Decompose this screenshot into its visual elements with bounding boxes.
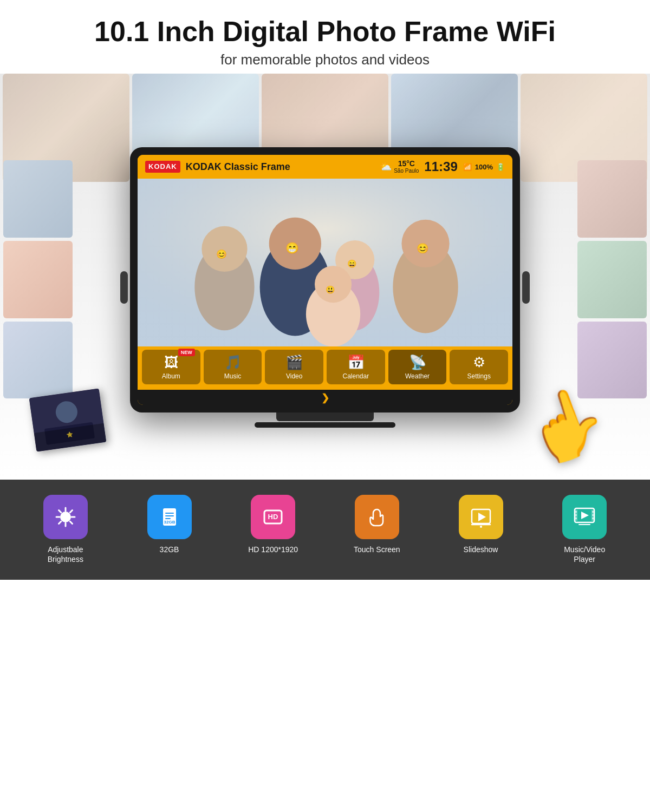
left-photo-1	[3, 160, 73, 238]
feature-storage: 32GB 32GB	[120, 495, 219, 554]
svg-line-27	[70, 521, 72, 523]
temperature: 15°C	[398, 160, 415, 168]
wifi-icon: 📶	[463, 163, 472, 171]
new-badge: NEW	[178, 349, 195, 356]
device-logo-bar: ❯	[138, 390, 512, 405]
hd-label: HD 1200*1920	[248, 545, 298, 554]
app-icon-album[interactable]: NEW 🖼 Album	[142, 350, 200, 384]
svg-marker-38	[478, 513, 486, 521]
temp-city: 15°C São Paulo	[394, 160, 419, 174]
right-side-photos	[574, 160, 650, 398]
main-title: 10.1 Inch Digital Photo Frame WiFi	[11, 16, 639, 47]
video-icon: 🎬	[285, 355, 303, 369]
calendar-label: Calendar	[343, 372, 369, 380]
svg-rect-32	[165, 515, 174, 516]
weather-info: ⛅ 15°C São Paulo	[380, 160, 419, 174]
settings-label: Settings	[467, 372, 491, 380]
svg-marker-51	[581, 512, 589, 519]
hd-icon: HD	[261, 505, 285, 529]
time-display: 11:39	[424, 159, 457, 174]
app-icon-calendar[interactable]: 📅 Calendar	[327, 350, 385, 384]
hd-icon-box: HD	[251, 495, 295, 539]
svg-text:😊: 😊	[216, 249, 227, 259]
svg-line-26	[58, 510, 61, 513]
sub-title: for memorable photos and videos	[11, 51, 639, 68]
svg-point-40	[480, 526, 482, 528]
family-photo-sim: 😊 😁 😄 😊 😃	[138, 179, 512, 346]
app-icon-video[interactable]: 🎬 Video	[265, 350, 323, 384]
touch-icon	[365, 505, 389, 529]
family-svg: 😊 😁 😄 😊 😃	[138, 179, 512, 346]
slideshow-label: Slideshow	[464, 545, 498, 554]
left-side-photos	[0, 160, 76, 398]
right-photo-2	[577, 241, 647, 318]
brightness-icon-box	[43, 495, 88, 539]
product-showcase-area: KODAK KODAK Classic Frame ⛅ 15°C São Pau…	[0, 74, 650, 480]
svg-line-29	[58, 521, 61, 523]
svg-rect-49	[593, 514, 594, 516]
header-section: 10.1 Inch Digital Photo Frame WiFi for m…	[0, 0, 650, 74]
app-icon-weather[interactable]: 📡 Weather	[388, 350, 447, 384]
album-label: Album	[162, 372, 180, 380]
app-icon-settings[interactable]: ⚙ Settings	[450, 350, 508, 384]
right-photo-1	[577, 160, 647, 238]
frame-button-left	[120, 271, 128, 304]
media-label: Music/VideoPlayer	[564, 545, 605, 564]
weather-icon: ⛅	[380, 161, 392, 173]
status-area: ⛅ 15°C São Paulo 11:39 📶 100% 🔋	[380, 159, 505, 174]
feature-hd: HD HD 1200*1920	[224, 495, 322, 554]
app-grid: NEW 🖼 Album 🎵 Music 🎬 Video	[138, 346, 512, 390]
feature-brightness: AdjustbaleBrightness	[16, 495, 115, 564]
kodak-k-logo: ❯	[321, 392, 329, 403]
left-photo-3	[3, 322, 73, 399]
wifi-battery: 📶 100% 🔋	[463, 163, 505, 171]
svg-text:😁: 😁	[285, 241, 300, 254]
touch-label: Touch Screen	[354, 545, 400, 554]
app-icon-music[interactable]: 🎵 Music	[204, 350, 262, 384]
svg-text:HD: HD	[268, 513, 278, 521]
touch-icon-box	[355, 495, 399, 539]
music-label: Music	[224, 372, 241, 380]
album-icon: 🖼	[164, 355, 178, 369]
device-base	[255, 422, 395, 428]
feature-media: Music/VideoPlayer	[535, 495, 634, 564]
svg-rect-31	[165, 513, 174, 514]
svg-point-21	[61, 512, 70, 522]
app-topbar: KODAK KODAK Classic Frame ⛅ 15°C São Pau…	[138, 155, 512, 179]
svg-rect-48	[593, 511, 594, 513]
device-stand	[276, 412, 374, 421]
flying-photo-svg: ⭐	[29, 389, 107, 452]
calendar-icon: 📅	[347, 355, 365, 369]
svg-point-11	[315, 266, 352, 303]
weather-label: Weather	[405, 372, 430, 380]
app-name-label: KODAK Classic Frame	[186, 161, 290, 173]
music-icon: 🎵	[224, 355, 242, 369]
main-photo-display: 😊 😁 😄 😊 😃	[138, 179, 512, 346]
feature-slideshow: Slideshow	[432, 495, 530, 554]
svg-text:32GB: 32GB	[164, 520, 175, 525]
frame-button-right	[522, 271, 530, 304]
storage-icon-box: 32GB	[147, 495, 192, 539]
svg-rect-50	[593, 518, 594, 519]
svg-rect-47	[576, 518, 577, 519]
storage-label: 32GB	[160, 545, 179, 554]
svg-text:😄: 😄	[347, 259, 357, 269]
video-label: Video	[286, 372, 302, 380]
feature-touch: Touch Screen	[328, 495, 426, 554]
battery-percent: 100%	[475, 163, 493, 171]
battery-icon: 🔋	[496, 163, 505, 171]
slideshow-icon	[469, 505, 493, 529]
svg-text:⭐: ⭐	[66, 430, 74, 438]
svg-text:😃: 😃	[326, 285, 335, 294]
features-bar: AdjustbaleBrightness 32GB 32GB HD HD 120…	[0, 480, 650, 579]
flying-photo: ⭐	[29, 389, 107, 452]
kodak-badge: KODAK	[145, 161, 180, 173]
left-photo-2	[3, 241, 73, 318]
kodak-logo-area: KODAK KODAK Classic Frame	[145, 161, 290, 173]
city: São Paulo	[394, 168, 419, 174]
device-screen: KODAK KODAK Classic Frame ⛅ 15°C São Pau…	[138, 155, 512, 405]
brightness-label: AdjustbaleBrightness	[48, 545, 83, 564]
weather-menu-icon: 📡	[409, 355, 426, 369]
device-wrapper: KODAK KODAK Classic Frame ⛅ 15°C São Pau…	[130, 147, 520, 428]
settings-icon: ⚙	[473, 355, 485, 369]
